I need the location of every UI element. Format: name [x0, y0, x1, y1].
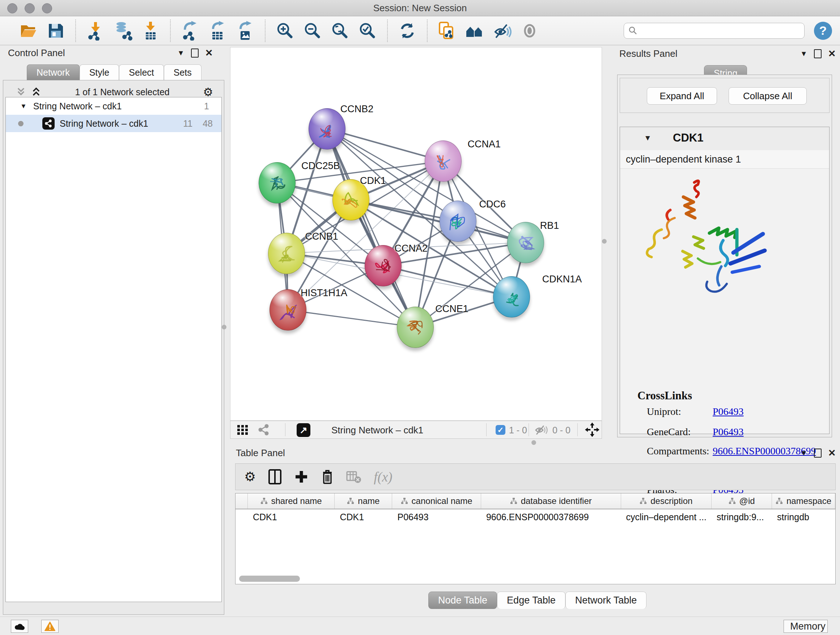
new-network-from-selection-icon[interactable]: [437, 20, 458, 41]
table-cell[interactable]: cyclin–dependent ...: [621, 509, 712, 524]
memory-button[interactable]: Memory: [783, 620, 828, 633]
fit-content-icon[interactable]: [330, 20, 351, 41]
cloud-status-button[interactable]: [11, 620, 28, 633]
collection-expand-icon[interactable]: ▼: [20, 103, 27, 110]
network-row[interactable]: String Network – cdk1 11 48: [6, 115, 221, 132]
crosslink-link[interactable]: P06493: [713, 406, 744, 417]
application-window: Session: New Session ? Control Panel: [0, 0, 840, 635]
tab-select[interactable]: Select: [119, 65, 164, 80]
control-panel-collapse-icon[interactable]: ▼: [177, 49, 185, 57]
tab-style[interactable]: Style: [80, 65, 119, 80]
selected-items-checkbox[interactable]: ✓: [496, 425, 505, 435]
right-splitter-handle[interactable]: [602, 239, 607, 244]
node-CCNB2[interactable]: [309, 108, 346, 149]
save-session-icon[interactable]: [45, 20, 66, 41]
results-panel-collapse-icon[interactable]: ▼: [800, 50, 807, 58]
network-options-gear-icon[interactable]: ⚙: [203, 86, 213, 99]
gene-card-header[interactable]: ▼ CDK1: [620, 127, 829, 150]
tab-network[interactable]: Network: [27, 65, 80, 80]
results-panel-close-icon[interactable]: ✕: [828, 48, 836, 59]
tab-node-table[interactable]: Node Table: [428, 592, 497, 609]
node-label-CCNB2: CCNB2: [340, 103, 374, 115]
collection-label: String Network – cdk1: [33, 101, 204, 111]
table-panel-float-icon[interactable]: [814, 448, 821, 458]
export-table-icon[interactable]: [207, 20, 228, 41]
column-header--id[interactable]: @id: [712, 494, 772, 509]
open-session-icon[interactable]: [18, 20, 39, 41]
results-panel-float-icon[interactable]: [814, 49, 821, 58]
column-header-namespace[interactable]: namespace: [772, 494, 835, 509]
column-header-database-identifier[interactable]: database identifier: [481, 494, 621, 509]
search-input[interactable]: [638, 25, 800, 36]
control-panel-float-icon[interactable]: [191, 49, 199, 57]
column-header-shared-name[interactable]: shared name: [248, 494, 335, 509]
network-list: ▼ String Network – cdk1 1 String Network…: [5, 97, 222, 602]
node-CCNE1[interactable]: [397, 307, 434, 348]
network-view-toolbar: ↗ String Network – cdk1 ✓ 1 - 0 0 - 0: [230, 421, 602, 439]
export-image-icon[interactable]: [235, 20, 256, 41]
table-row[interactable]: CDK1CDK1P064939606.ENSP00000378699cyclin…: [235, 509, 835, 524]
network-canvas[interactable]: CCNB2CCNA1CDC25BCDK1CDC6RB1CCNB1CCNA2CDK…: [230, 47, 602, 421]
toolbar-separator: [265, 19, 265, 42]
node-CCNB1[interactable]: [268, 233, 305, 274]
collapse-all-button[interactable]: Collapse All: [729, 87, 807, 105]
expand-all-networks-icon[interactable]: [31, 87, 42, 97]
protein-ribbon-thumbnail: [507, 222, 544, 263]
warning-button[interactable]: [41, 620, 58, 633]
edge-HIST1H1A-CCNE1[interactable]: [288, 310, 415, 327]
help-icon[interactable]: ?: [814, 22, 832, 40]
import-network-from-file-icon[interactable]: [85, 20, 106, 41]
control-panel-close-icon[interactable]: ✕: [205, 48, 213, 59]
collapse-all-networks-icon[interactable]: [16, 87, 27, 97]
import-network-from-database-icon[interactable]: [112, 20, 134, 41]
update-network-icon[interactable]: [397, 20, 418, 41]
grid-mode-icon[interactable]: [236, 423, 249, 436]
current-network-indicator: [18, 121, 24, 126]
node-CDC6[interactable]: [439, 201, 477, 242]
import-table-from-file-icon[interactable]: [140, 20, 161, 41]
table-cell[interactable]: stringdb:9...: [712, 509, 772, 524]
tab-network-table[interactable]: Network Table: [565, 592, 647, 609]
zoom-out-icon[interactable]: [302, 20, 323, 41]
show-hide-icon[interactable]: [492, 20, 513, 41]
table-panel-close-icon[interactable]: ✕: [828, 448, 836, 459]
show-graphics-details-icon[interactable]: [519, 20, 540, 41]
node-CDKN1A[interactable]: [493, 276, 530, 318]
node-CCNA1[interactable]: [425, 141, 462, 182]
table-cell[interactable]: CDK1: [335, 509, 392, 524]
zoom-selected-icon[interactable]: [357, 20, 378, 41]
zoom-in-icon[interactable]: [275, 20, 295, 41]
tab-edge-table[interactable]: Edge Table: [497, 592, 565, 609]
network-view: CCNB2CCNA1CDC25BCDK1CDC6RB1CCNB1CCNA2CDK…: [230, 47, 602, 439]
table-cell[interactable]: CDK1: [248, 509, 335, 524]
bottom-splitter-handle[interactable]: [531, 440, 536, 445]
left-splitter-handle[interactable]: [222, 325, 226, 329]
node-CDC25B[interactable]: [259, 162, 295, 203]
gene-card-collapse-icon[interactable]: ▼: [644, 134, 652, 142]
crosslink-link[interactable]: P06493: [713, 426, 744, 438]
table-horizontal-scrollbar[interactable]: [239, 576, 300, 582]
table-panel-collapse-icon[interactable]: ▼: [800, 449, 807, 457]
first-neighbors-icon[interactable]: [464, 20, 485, 41]
show-columns-icon[interactable]: [268, 469, 282, 485]
export-network-icon[interactable]: [180, 20, 201, 41]
network-collection-row[interactable]: ▼ String Network – cdk1 1: [6, 97, 221, 115]
table-cell[interactable]: P06493: [392, 509, 481, 524]
node-RB1[interactable]: [507, 222, 544, 263]
table-cell[interactable]: stringdb: [772, 509, 835, 524]
column-type-icon: [347, 497, 354, 505]
pan-tool-icon[interactable]: [585, 423, 600, 437]
network-overview-icon[interactable]: [257, 423, 270, 436]
table-cell[interactable]: 9606.ENSP00000378699: [481, 509, 621, 524]
column-type-icon: [401, 497, 408, 505]
detach-view-icon[interactable]: ↗: [297, 423, 310, 437]
column-header-name[interactable]: name: [335, 494, 392, 509]
delete-column-icon[interactable]: [321, 469, 334, 485]
column-header-canonical-name[interactable]: canonical name: [392, 494, 481, 509]
expand-all-button[interactable]: Expand All: [647, 87, 717, 105]
tab-sets[interactable]: Sets: [164, 65, 202, 80]
column-header-description[interactable]: description: [621, 494, 712, 509]
table-options-gear-icon[interactable]: ⚙: [244, 469, 256, 485]
search-field[interactable]: [624, 23, 805, 39]
create-column-icon[interactable]: [294, 470, 309, 484]
